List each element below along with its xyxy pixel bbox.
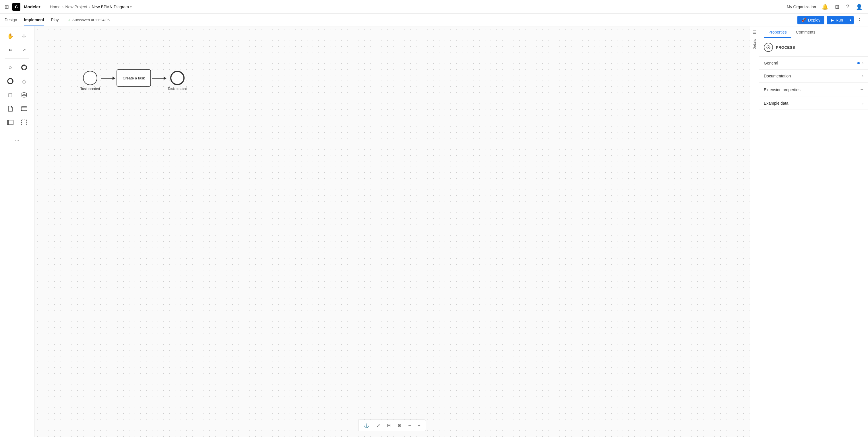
breadcrumb-sep-1: › — [62, 5, 64, 9]
layout-canvas-btn[interactable]: ⊞ — [385, 422, 392, 429]
panel-section-title: PROCESS — [776, 45, 795, 49]
panel-item-extension[interactable]: Extension properties + — [759, 82, 868, 97]
end-event[interactable]: Task created — [167, 71, 187, 91]
start-event-circle — [83, 71, 97, 85]
canvas-bottom-toolbar: ⚓ ⤢ ⊞ ⊕ − + — [358, 419, 426, 431]
tab-design[interactable]: Design — [5, 14, 17, 26]
tool-separator-1 — [5, 59, 29, 59]
deploy-icon: 🚀 — [801, 18, 806, 22]
expand-canvas-btn[interactable]: ⤢ — [375, 422, 382, 429]
intermediate-event-tool[interactable] — [18, 61, 30, 74]
start-event[interactable]: Task needed — [81, 71, 100, 91]
svg-marker-10 — [768, 46, 770, 48]
run-label: Run — [836, 18, 843, 22]
breadcrumb-home[interactable]: Home — [50, 5, 61, 9]
deploy-button[interactable]: 🚀 Deploy — [797, 16, 825, 24]
panel-item-documentation-label: Documentation — [764, 74, 791, 78]
end-event-tool[interactable] — [4, 75, 17, 88]
app-logo: C — [12, 3, 20, 11]
details-sidebar[interactable]: ☰ Details — [750, 26, 759, 437]
run-button-group: ▶ Run ▾ — [827, 16, 854, 24]
user-btn[interactable]: 👤 — [855, 3, 863, 11]
start-event-label: Task needed — [81, 87, 100, 91]
tab-implement[interactable]: Implement — [24, 14, 44, 26]
hand-tool[interactable]: ✋ — [4, 30, 17, 42]
panel-item-example-label: Example data — [764, 101, 788, 105]
select-tool[interactable]: ⊹ — [18, 30, 30, 42]
toolbar-right: 🚀 Deploy ▶ Run ▾ ⋮ — [797, 16, 863, 24]
panel-item-example-right: › — [862, 101, 863, 105]
subprocess-tool[interactable] — [18, 102, 30, 115]
more-tools-btn[interactable]: ··· — [11, 134, 24, 146]
general-chevron: › — [862, 61, 863, 65]
arrow-tool[interactable]: ↗ — [18, 43, 30, 56]
tab-comments[interactable]: Comments — [792, 26, 820, 38]
run-dropdown-button[interactable]: ▾ — [847, 16, 854, 24]
end-event-circle — [170, 71, 185, 85]
details-label[interactable]: Details — [753, 37, 756, 52]
bpmn-diagram: Task needed Create a task x — [81, 69, 187, 92]
tool-row-6 — [2, 102, 32, 115]
panel-item-general-right: › — [857, 61, 863, 65]
panel-item-documentation[interactable]: Documentation › — [759, 70, 868, 82]
tool-row-more: ··· — [2, 134, 32, 146]
notification-btn[interactable]: 🔔 — [820, 3, 829, 11]
tool-row-2: ⇔ ↗ — [2, 43, 32, 56]
svg-rect-8 — [22, 120, 27, 125]
breadcrumb: Home › New Project › New BPMN Diagram ▾ — [50, 5, 132, 9]
details-collapse-btn[interactable]: ☰ — [751, 29, 757, 36]
zoom-in-btn[interactable]: + — [416, 422, 422, 429]
properties-panel: Properties Comments PROCESS General › Do… — [759, 26, 868, 437]
general-dot — [857, 62, 860, 64]
tool-row-3: ○ — [2, 61, 32, 74]
panel-item-example-data[interactable]: Example data › — [759, 97, 868, 110]
canvas[interactable]: Task needed Create a task x — [34, 26, 750, 437]
group-tool[interactable] — [18, 116, 30, 129]
task-tool[interactable]: □ — [4, 89, 17, 101]
task-element[interactable]: Create a task x — [117, 69, 151, 92]
process-icon — [764, 43, 773, 52]
fit-canvas-btn[interactable]: ⊕ — [396, 422, 403, 429]
breadcrumb-current[interactable]: New BPMN Diagram ▾ — [92, 5, 132, 9]
run-button[interactable]: ▶ Run — [827, 16, 847, 24]
panel-item-general-label: General — [764, 61, 778, 65]
panel-item-documentation-right: › — [862, 74, 863, 78]
tab-play[interactable]: Play — [51, 14, 59, 26]
breadcrumb-project[interactable]: New Project — [65, 5, 87, 9]
nav-right: My Organization 🔔 ⊞ ? 👤 — [787, 3, 863, 11]
dashboard-btn[interactable]: ⊞ — [834, 3, 840, 11]
end-event-label: Task created — [167, 87, 187, 91]
data-object-tool[interactable] — [4, 102, 17, 115]
run-icon: ▶ — [831, 18, 834, 22]
toolbar-tabs: Design Implement Play ✓ Autosaved at 11:… — [0, 14, 868, 26]
gateway-tool[interactable]: ◇ — [18, 75, 30, 88]
zoom-out-btn[interactable]: − — [406, 422, 412, 429]
breadcrumb-diagram: New BPMN Diagram — [92, 5, 129, 9]
data-store-tool[interactable] — [18, 89, 30, 101]
checkmark-icon: ✓ — [68, 18, 71, 22]
chevron-down-icon: ▾ — [130, 5, 132, 9]
tool-row-4: ◇ — [2, 75, 32, 88]
help-btn[interactable]: ? — [845, 3, 850, 11]
org-name[interactable]: My Organization — [787, 5, 816, 9]
panel-tabs: Properties Comments — [759, 26, 868, 38]
grid-icon[interactable]: ⊞ — [5, 4, 9, 10]
sequence-flow-2 — [152, 76, 166, 85]
tool-row-7 — [2, 116, 32, 129]
panel-section-header: PROCESS — [759, 38, 868, 57]
pool-tool[interactable] — [4, 116, 17, 129]
sequence-flow-1 — [101, 76, 115, 85]
extension-plus: + — [860, 87, 863, 93]
space-tool[interactable]: ⇔ — [4, 43, 17, 56]
tool-separator-2 — [5, 131, 29, 131]
autosave-status: ✓ Autosaved at 11:24:05 — [68, 18, 110, 22]
app-name: Modeler — [24, 4, 40, 9]
more-options-button[interactable]: ⋮ — [856, 16, 863, 24]
tab-properties[interactable]: Properties — [764, 26, 792, 38]
panel-item-general[interactable]: General › — [759, 57, 868, 70]
documentation-chevron: › — [862, 74, 863, 78]
start-event-tool[interactable]: ○ — [4, 61, 17, 74]
anchor-canvas-btn[interactable]: ⚓ — [362, 422, 371, 429]
svg-rect-4 — [21, 107, 27, 111]
deploy-label: Deploy — [808, 18, 820, 22]
